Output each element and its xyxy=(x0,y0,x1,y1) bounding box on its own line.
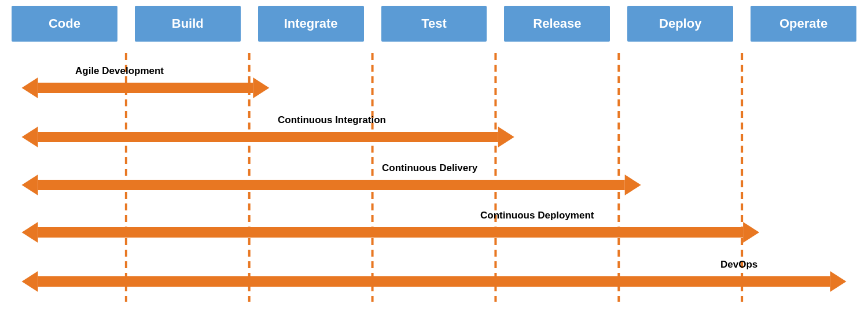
arrow-label-0: Agile Development xyxy=(75,65,164,76)
arrow-left-0 xyxy=(22,77,38,98)
phase-box-deploy: Deploy xyxy=(627,6,733,42)
phase-box-build: Build xyxy=(135,6,241,42)
arrow-left-4 xyxy=(22,271,38,292)
phase-box-code: Code xyxy=(12,6,117,42)
arrow-body-4 xyxy=(38,276,830,287)
arrow-label-2: Continuous Delivery xyxy=(382,162,478,173)
arrows-area: Agile DevelopmentContinuous IntegrationC… xyxy=(12,53,856,302)
arrow-left-3 xyxy=(22,222,38,243)
arrow-right-2 xyxy=(625,175,641,195)
arrow-body-1 xyxy=(38,132,498,142)
arrow-body-0 xyxy=(38,83,253,93)
arrow-right-1 xyxy=(498,127,514,147)
arrow-label-3: Continuous Deployment xyxy=(480,210,594,221)
arrow-body-2 xyxy=(38,180,625,190)
arrow-body-3 xyxy=(38,227,744,238)
arrow-left-2 xyxy=(22,175,38,195)
phases-row: CodeBuildIntegrateTestReleaseDeployOpera… xyxy=(12,6,856,42)
arrow-label-1: Continuous Integration xyxy=(278,114,386,125)
arrow-right-3 xyxy=(743,222,759,243)
phase-box-test: Test xyxy=(381,6,487,42)
arrow-label-4: DevOps xyxy=(720,259,757,270)
arrow-left-1 xyxy=(22,127,38,147)
arrow-right-0 xyxy=(253,77,269,98)
arrows-svg: Agile DevelopmentContinuous IntegrationC… xyxy=(12,53,856,302)
phase-box-release: Release xyxy=(504,6,610,42)
arrow-right-4 xyxy=(830,271,846,292)
diagram-container: CodeBuildIntegrateTestReleaseDeployOpera… xyxy=(0,0,868,326)
phase-box-integrate: Integrate xyxy=(258,6,364,42)
phase-box-operate: Operate xyxy=(751,6,856,42)
